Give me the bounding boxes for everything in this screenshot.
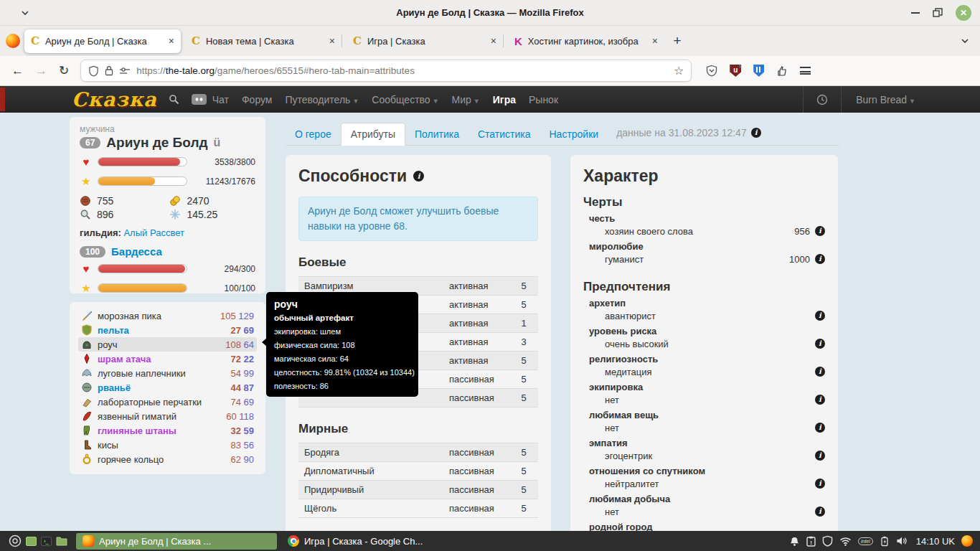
equipment-row[interactable]: морозная пика 105 129 — [78, 309, 257, 323]
nav-item-guide[interactable]: Путеводитель▼ — [285, 94, 359, 105]
trait-value-row: гуманист1000i — [605, 253, 825, 265]
info-icon[interactable]: i — [815, 254, 825, 264]
equipment-row[interactable]: глиняные штаны 32 59 — [78, 423, 257, 438]
health-heart-icon: ♥ — [80, 263, 93, 275]
extension-hand-icon[interactable] — [776, 65, 788, 77]
blue-shield-extension-icon[interactable] — [753, 65, 764, 77]
info-icon[interactable]: i — [815, 395, 825, 405]
equipment-row-hovered[interactable]: роуч 108 64 — [78, 337, 257, 352]
tab-statistics[interactable]: Статистика — [468, 123, 540, 145]
armor-icon — [81, 382, 93, 393]
nav-item-game[interactable]: Игра — [493, 94, 516, 105]
companion-name-link[interactable]: Бардесса — [111, 245, 162, 258]
taskbar-window-firefox[interactable]: Ариун де Болд | Сказка ... — [76, 533, 277, 550]
url-text[interactable]: https://the-tale.org/game/heroes/65515#h… — [136, 65, 668, 76]
info-icon[interactable]: i — [815, 507, 825, 517]
hero-name[interactable]: Ариун де Болд — [106, 135, 207, 151]
browser-tab-1[interactable]: C Ариун де Болд | Сказка × — [24, 29, 181, 53]
info-icon[interactable]: i — [815, 339, 825, 349]
taskbar-clock[interactable]: 14:10 UK — [916, 536, 955, 547]
pref-label: родной город — [589, 521, 825, 531]
restore-button[interactable] — [933, 8, 943, 18]
equipment-row[interactable]: горячее кольцо 62 90 — [78, 452, 257, 466]
clock-icon[interactable] — [816, 94, 828, 105]
screen: Ариун де Болд | Сказка — Mozilla Firefox… — [0, 0, 980, 551]
info-icon[interactable]: i — [815, 226, 825, 236]
tracking-shield-icon[interactable] — [88, 65, 99, 77]
url-bar[interactable]: https://the-tale.org/game/heroes/65515#h… — [80, 60, 692, 82]
firefox-tray-icon[interactable] — [961, 535, 973, 547]
tab-politics[interactable]: Политика — [405, 123, 468, 145]
hero-gender: мужчина — [80, 124, 255, 134]
new-tab-button[interactable]: + — [667, 31, 687, 51]
firefox-logo-icon[interactable] — [6, 34, 20, 48]
equipment-row[interactable]: язвенный гиматий 60 118 — [78, 409, 257, 423]
info-icon[interactable]: i — [413, 171, 424, 182]
reload-button[interactable]: ↻ — [59, 63, 69, 78]
close-button[interactable]: ✕ — [956, 5, 971, 21]
tab-close-icon[interactable]: × — [166, 35, 174, 47]
browser-tab-4[interactable]: K Хостинг картинок, изобра × — [508, 29, 664, 53]
intel-tray-icon[interactable]: intel — [858, 537, 873, 545]
battery-icon[interactable] — [880, 536, 890, 547]
files-icon[interactable] — [56, 536, 67, 546]
equipment-row[interactable]: шрам атача 72 22 — [78, 352, 257, 366]
nav-item-forum[interactable]: Форум — [242, 94, 273, 105]
info-icon[interactable]: i — [815, 367, 825, 377]
clipboard-icon[interactable]: ! — [806, 536, 816, 547]
discord-icon[interactable] — [192, 94, 207, 105]
list-tabs-chevron-icon[interactable] — [960, 36, 970, 46]
nav-item-world[interactable]: Мир▼ — [452, 94, 480, 105]
lock-icon[interactable] — [105, 65, 113, 76]
hero-coins-stat: 2470 — [169, 195, 255, 207]
nav-item-community[interactable]: Сообщество▼ — [372, 94, 438, 105]
tab-close-icon[interactable]: × — [326, 35, 335, 47]
tab-title: Игра | Сказка — [367, 36, 482, 47]
data-timestamp: данные на 31.08.2023 12:47i — [616, 127, 761, 145]
equipment-row[interactable]: кисы 83 56 — [78, 438, 257, 452]
info-icon[interactable]: i — [815, 423, 825, 433]
taskbar-window-chrome[interactable]: Игра | Сказка - Google Ch... — [281, 533, 482, 550]
tab-attributes[interactable]: Атрибуты — [341, 123, 405, 146]
info-icon[interactable]: i — [815, 451, 825, 461]
info-icon[interactable]: i — [815, 311, 825, 321]
equipment-row[interactable]: пельта 27 69 — [78, 323, 257, 337]
menu-hamburger-icon[interactable] — [800, 67, 811, 75]
volume-icon[interactable] — [896, 536, 908, 546]
info-icon[interactable]: i — [815, 479, 825, 489]
guild-link[interactable]: Алый Рассвет — [123, 227, 184, 238]
permissions-icon[interactable] — [119, 67, 131, 75]
mint-menu-icon[interactable] — [9, 534, 22, 547]
companion-coherence-bar — [98, 283, 187, 293]
equipment-row[interactable]: лабораторные перчатки 74 69 — [78, 395, 257, 409]
site-logo[interactable]: Сказка — [72, 90, 157, 109]
back-button[interactable]: ← — [11, 64, 24, 78]
search-icon[interactable] — [169, 94, 179, 105]
wifi-icon[interactable] — [839, 537, 852, 546]
info-icon[interactable]: i — [751, 128, 761, 138]
tab-settings[interactable]: Настройки — [540, 123, 608, 145]
nav-item-chat[interactable]: Чат — [212, 94, 229, 105]
minimize-button[interactable] — [911, 12, 920, 14]
ublock-origin-icon[interactable]: u1 — [730, 65, 741, 77]
show-desktop-icon[interactable] — [26, 537, 37, 546]
browser-tab-3[interactable]: C Игра | Сказка × — [347, 29, 503, 53]
pocket-icon[interactable] — [706, 65, 717, 77]
terminal-icon[interactable]: ›_ — [41, 537, 52, 546]
forward-button[interactable]: → — [35, 64, 47, 78]
browser-tab-2[interactable]: C Новая тема | Сказка × — [185, 29, 341, 53]
tab-about[interactable]: О герое — [286, 123, 341, 145]
helmet-icon — [81, 339, 93, 350]
nav-divider — [803, 86, 804, 113]
tab-close-icon[interactable]: × — [649, 35, 658, 47]
bookmark-star-icon[interactable]: ☆ — [674, 64, 684, 77]
equipment-row[interactable]: луговые наплечники 54 99 — [78, 366, 257, 380]
equipment-row[interactable]: рваньё 44 87 — [78, 380, 257, 395]
notifications-bell-icon[interactable] — [789, 536, 800, 547]
the-tale-favicon: C — [31, 34, 39, 47]
game-page: мужчина 67 Ариун де Болд ü ♥ 3538/3800 ★… — [0, 113, 980, 531]
tab-close-icon[interactable]: × — [488, 35, 496, 47]
account-menu[interactable]: Burn Bread▼ — [856, 94, 915, 105]
shield-tray-icon[interactable] — [822, 535, 833, 547]
nav-item-market[interactable]: Рынок — [529, 94, 558, 105]
